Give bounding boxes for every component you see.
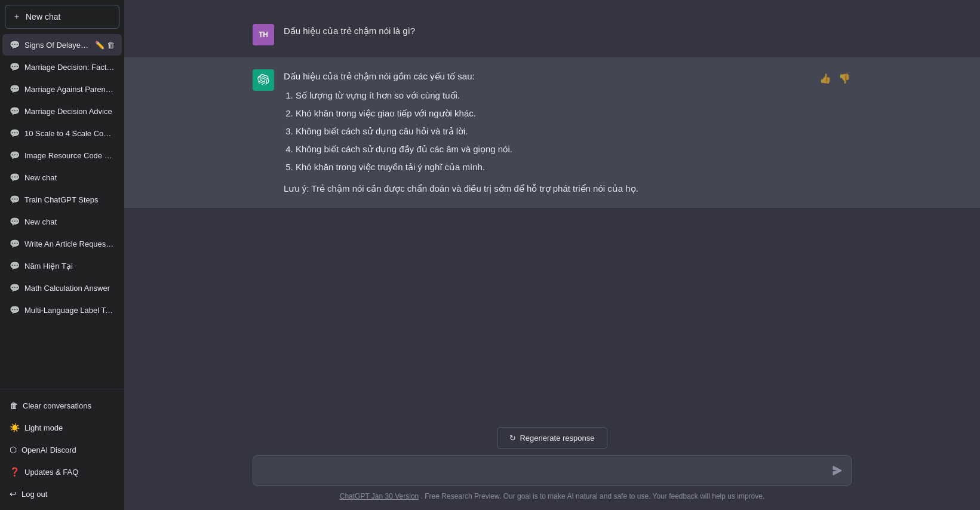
chat-icon: 💬	[10, 173, 20, 182]
chat-icon: 💬	[10, 62, 20, 72]
sidebar-item-marriage-factors[interactable]: 💬Marriage Decision: Factors To	[2, 56, 122, 78]
chat-icon: 💬	[10, 84, 20, 94]
conv-label: Marriage Decision: Factors To	[24, 63, 115, 72]
regenerate-label: Regenerate response	[520, 434, 594, 443]
light-mode-label: Light mode	[24, 423, 63, 432]
sidebar-item-write-article[interactable]: 💬Write An Article Requested	[2, 233, 122, 254]
sidebar-bottom-light-mode[interactable]: ☀️Light mode	[2, 417, 122, 438]
clear-conversations-label: Clear conversations	[23, 401, 91, 410]
new-chat-button[interactable]: ＋ New chat	[5, 5, 119, 29]
chat-icon: 💬	[10, 283, 20, 293]
assistant-message-content: Dấu hiệu của trẻ chậm nói gồm các yếu tố…	[284, 69, 809, 196]
sidebar: ＋ New chat 💬Signs Of Delayed Speec✏️🗑💬Ma…	[0, 0, 124, 510]
thumbs-down-button[interactable]: 👎	[837, 72, 852, 85]
chat-icon: 💬	[10, 195, 20, 204]
sidebar-item-train-chatgpt[interactable]: 💬Train ChatGPT Steps	[2, 189, 122, 210]
conv-label: Marriage Against Parental Wi	[24, 85, 115, 94]
sidebar-bottom-openai-discord[interactable]: ⬡OpenAI Discord	[2, 439, 122, 460]
sidebar-item-image-resource[interactable]: 💬Image Resource Code Explana	[2, 145, 122, 166]
chat-area: TH Dấu hiệu của trẻ chậm nói là gì? Dấu …	[124, 0, 980, 417]
ai-intro: Dấu hiệu của trẻ chậm nói gồm các yếu tố…	[284, 69, 809, 84]
plus-icon: ＋	[13, 11, 21, 22]
log-out-label: Log out	[21, 490, 47, 499]
sidebar-item-new-chat-1[interactable]: 💬New chat	[2, 167, 122, 188]
conv-label: Multi-Language Label Test Cat	[24, 306, 115, 315]
ai-avatar	[253, 69, 274, 91]
conv-label: Image Resource Code Explana	[24, 151, 115, 160]
user-message-row: TH Dấu hiệu của trẻ chậm nói là gì?	[124, 12, 980, 57]
sidebar-item-10-scale[interactable]: 💬10 Scale to 4 Scale Conversion	[2, 122, 122, 144]
chat-icon: 💬	[10, 150, 20, 160]
footer-note: ChatGPT Jan 30 Version . Free Research P…	[340, 492, 765, 500]
sidebar-bottom-clear-conversations[interactable]: 🗑Clear conversations	[2, 395, 122, 416]
list-item: Không biết cách sử dụng câu hỏi và trả l…	[296, 124, 809, 139]
regenerate-button[interactable]: ↻ Regenerate response	[497, 427, 607, 449]
clear-conversations-icon: 🗑	[10, 401, 18, 410]
sidebar-item-signs-delayed[interactable]: 💬Signs Of Delayed Speec✏️🗑	[2, 34, 122, 56]
chat-icon: 💬	[10, 40, 20, 50]
openai-discord-icon: ⬡	[10, 445, 17, 454]
list-item: Không biết cách sử dụng đầy đủ các âm và…	[296, 142, 809, 156]
conv-label: New chat	[24, 173, 115, 182]
list-item: Số lượng từ vựng ít hơn so với cùng tuổi…	[296, 88, 809, 103]
user-avatar: TH	[253, 24, 274, 45]
ai-response-list: Số lượng từ vựng ít hơn so với cùng tuổi…	[284, 88, 809, 174]
main-panel: TH Dấu hiệu của trẻ chậm nói là gì? Dấu …	[124, 0, 980, 510]
updates-faq-icon: ❓	[10, 467, 20, 477]
chat-icon: 💬	[10, 261, 20, 271]
updates-faq-label: Updates & FAQ	[24, 468, 78, 477]
send-icon	[832, 466, 842, 475]
footer-text: . Free Research Preview. Our goal is to …	[421, 492, 765, 500]
delete-conv-button[interactable]: 🗑	[107, 41, 115, 50]
sidebar-bottom: 🗑Clear conversations☀️Light mode⬡OpenAI …	[0, 389, 124, 510]
user-message-content: Dấu hiệu của trẻ chậm nói là gì?	[284, 24, 852, 38]
conv-label: Marriage Decision Advice	[24, 107, 115, 116]
message-actions: 👍 👎	[818, 72, 852, 85]
ai-note: Lưu ý: Trẻ chậm nói cần được chẩn đoán v…	[284, 182, 809, 196]
chat-icon: 💬	[10, 239, 20, 248]
sidebar-item-math-calc[interactable]: 💬Math Calculation Answer	[2, 277, 122, 299]
conv-label: 10 Scale to 4 Scale Conversion	[24, 129, 115, 138]
list-item: Khó khăn trong việc giao tiếp với người …	[296, 106, 809, 121]
footer-link[interactable]: ChatGPT Jan 30 Version	[340, 492, 419, 500]
chat-icon: 💬	[10, 106, 20, 116]
assistant-message-row: Dấu hiệu của trẻ chậm nói gồm các yếu tố…	[124, 57, 980, 208]
light-mode-icon: ☀️	[10, 423, 20, 432]
list-item: Khó khăn trong việc truyền tải ý nghĩ củ…	[296, 160, 809, 174]
chat-input[interactable]	[253, 455, 852, 486]
send-button[interactable]	[830, 463, 844, 478]
sidebar-bottom-log-out[interactable]: ↩Log out	[2, 483, 122, 505]
sidebar-item-new-chat-2[interactable]: 💬New chat	[2, 211, 122, 232]
sidebar-item-marriage-against[interactable]: 💬Marriage Against Parental Wi	[2, 78, 122, 100]
chat-icon: 💬	[10, 128, 20, 138]
conv-label: New chat	[24, 217, 115, 226]
chat-icon: 💬	[10, 305, 20, 315]
conv-label: Năm Hiện Tại	[24, 262, 115, 271]
log-out-icon: ↩	[10, 489, 17, 499]
sidebar-item-marriage-advice[interactable]: 💬Marriage Decision Advice	[2, 100, 122, 122]
conv-label: Math Calculation Answer	[24, 284, 115, 293]
input-row	[253, 455, 852, 486]
input-area: ↻ Regenerate response ChatGPT Jan 30 Ver…	[124, 417, 980, 510]
chat-icon: 💬	[10, 217, 20, 226]
conv-label: Train ChatGPT Steps	[24, 195, 115, 204]
conv-label: Write An Article Requested	[24, 239, 115, 248]
conv-label: Signs Of Delayed Speec	[24, 41, 90, 50]
regenerate-icon: ↻	[509, 434, 516, 443]
sidebar-item-multi-language[interactable]: 💬Multi-Language Label Test Cat	[2, 299, 122, 321]
conversation-list: 💬Signs Of Delayed Speec✏️🗑💬Marriage Deci…	[0, 33, 124, 389]
sidebar-bottom-updates-faq[interactable]: ❓Updates & FAQ	[2, 461, 122, 483]
openai-discord-label: OpenAI Discord	[21, 446, 76, 454]
sidebar-item-nam-hien-tai[interactable]: 💬Năm Hiện Tại	[2, 255, 122, 276]
new-chat-label: New chat	[26, 12, 60, 21]
edit-conv-button[interactable]: ✏️	[95, 41, 105, 50]
thumbs-up-button[interactable]: 👍	[818, 72, 832, 85]
